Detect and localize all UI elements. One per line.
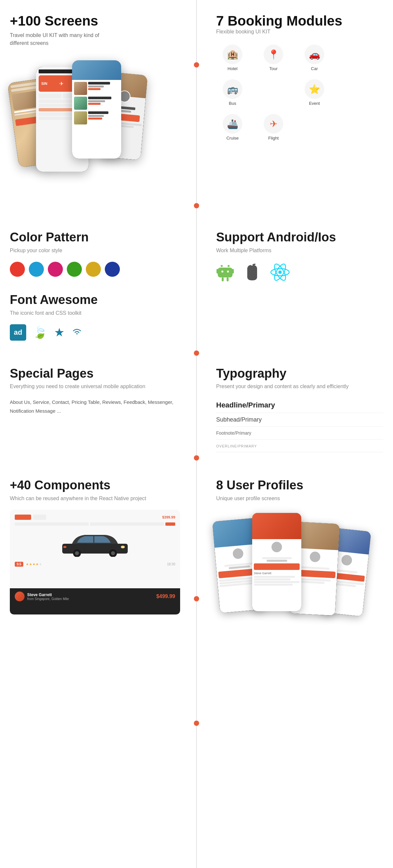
components-section: +40 Components Which can be reused anywh… (0, 465, 196, 660)
timeline-dot-5 (194, 596, 199, 601)
flight-icon-wrap: ✈ (264, 114, 283, 134)
svg-point-1 (228, 265, 230, 267)
comp-avatar (15, 592, 25, 601)
comp-person-row: Steve Garrett from Singapore, Golden Mil… (15, 592, 175, 601)
special-section: Special Pages Everything you need to cre… (0, 354, 196, 466)
modules-grid: 🏨 Hotel 📍 Tour 🚗 Car 🚌 (216, 44, 383, 141)
ps-avatar-4 (340, 554, 353, 567)
car-svg (59, 529, 131, 557)
color-darkblue (105, 262, 120, 277)
color-section: Color Pattern Pickup your color style Fo… (0, 217, 196, 354)
profiles-subtitle: Unique user profile screens (216, 496, 383, 501)
phone-mockups: SIN ✈ SYD (10, 54, 180, 205)
cruise-icon-wrap: 🚢 (223, 114, 242, 134)
typography-list: Headline/Primary Subhead/Primary Footnot… (216, 398, 383, 452)
color-yellow (86, 262, 101, 277)
module-tour: 📍 Tour (257, 44, 290, 71)
components-mockup: $399.99 (10, 510, 180, 615)
hotel-label: Hotel (228, 66, 237, 71)
module-bus: 🚌 Bus (216, 79, 249, 106)
color-circles (10, 262, 180, 277)
color-red (10, 262, 25, 277)
platform-icons (216, 262, 383, 284)
hotel-icon: 🏨 (227, 49, 238, 60)
booking-section: 7 Booking Modules Flexible booking UI KI… (196, 0, 393, 217)
car-icon-wrap: 🚗 (305, 44, 324, 64)
booking-subtitle: Flexible booking UI KIT (216, 29, 383, 35)
typography-title: Typography (216, 367, 383, 381)
svg-point-17 (111, 551, 115, 555)
timeline-dot-4 (194, 455, 199, 461)
rating-badge: 9.5 (15, 562, 23, 567)
screens-section: +100 Screens Travel mobile UI KIT with m… (0, 0, 196, 217)
typo-footnote-label: Footnote/Primary (216, 430, 251, 436)
apple-icon (244, 262, 260, 283)
svg-point-15 (75, 551, 79, 555)
phone-screen-3 (72, 60, 121, 158)
svg-rect-2 (218, 268, 233, 277)
svg-point-7 (221, 271, 223, 273)
typo-headline: Headline/Primary (216, 398, 383, 413)
bus-icon: 🚌 (227, 84, 238, 95)
timeline-dot-1 (194, 62, 199, 67)
comp-name: Steve Garrett (27, 592, 69, 597)
components-title: +40 Components (10, 478, 180, 492)
module-car: 🚗 Car (298, 44, 331, 71)
screens-title: +100 Screens (10, 13, 180, 29)
color-title: Color Pattern (10, 230, 180, 244)
event-icon-wrap: ⭐ (305, 79, 324, 99)
car-icon: 🚗 (309, 49, 320, 60)
typography-section: Typography Present your design and conte… (196, 354, 393, 466)
ad-icon: ad (10, 324, 26, 341)
empty-cell (257, 79, 290, 106)
ps-name-label: Steve Garrett (254, 571, 300, 575)
module-hotel: 🏨 Hotel (216, 44, 249, 71)
platform-section: Support Android/Ios Work Multiple Platfo… (196, 217, 393, 354)
module-cruise: 🚢 Cruise (216, 114, 249, 141)
react-icon (270, 262, 290, 283)
svg-point-8 (227, 271, 229, 273)
android-icon (216, 262, 234, 284)
color-subtitle: Pickup your color style (10, 248, 180, 253)
leaf-icon: 🍃 (33, 326, 48, 339)
svg-rect-5 (222, 277, 224, 281)
module-flight: ✈ Flight (257, 114, 290, 141)
svg-point-18 (121, 546, 125, 548)
flight-label: Flight (268, 135, 279, 141)
color-green (67, 262, 82, 277)
star-icon: ★ (54, 326, 64, 339)
platform-title: Support Android/Ios (216, 230, 383, 244)
special-title: Special Pages (10, 367, 180, 381)
booking-title: 7 Booking Modules (216, 13, 383, 29)
ps-avatar-2 (271, 541, 283, 553)
color-blue (29, 262, 44, 277)
comp-sub: from Singapore, Golden Mile (27, 597, 69, 601)
event-icon: ⭐ (309, 84, 320, 95)
cruise-icon: 🚢 (227, 119, 238, 129)
typography-subtitle: Present your design and content as clear… (216, 383, 383, 390)
svg-point-9 (278, 271, 282, 274)
svg-rect-4 (232, 269, 234, 274)
timeline-dot-6 (194, 721, 199, 726)
hotel-icon-wrap: 🏨 (223, 44, 242, 64)
special-subtitle: Everything you need to create universal … (10, 383, 180, 390)
font-section: Font Awesome The iconic font and CSS too… (10, 293, 180, 341)
typo-overline-label: Overline/Primary (216, 444, 257, 448)
profiles-section: 8 User Profiles Unique user profile scre… (196, 465, 393, 660)
font-subtitle: The iconic font and CSS toolkit (10, 310, 180, 316)
typo-subhead: Subhead/Primary (216, 413, 383, 427)
profiles-title: 8 User Profiles (216, 478, 383, 492)
comp-person-info: Steve Garrett from Singapore, Golden Mil… (27, 592, 69, 601)
time-display: 18:30 (167, 562, 175, 566)
row-1: +100 Screens Travel mobile UI KIT with m… (0, 0, 393, 217)
flight-icon: ✈ (270, 119, 277, 129)
tour-label: Tour (269, 66, 277, 71)
row-2: Color Pattern Pickup your color style Fo… (0, 217, 393, 354)
typo-overline: Overline/Primary (216, 440, 383, 452)
svg-point-19 (63, 546, 66, 548)
profile-phone-2: Steve Garrett (252, 513, 301, 611)
stars: ★ ★ ★ ★ ★ (26, 562, 42, 566)
car-label: Car (311, 66, 318, 71)
row-4: +40 Components Which can be reused anywh… (0, 465, 393, 660)
timeline-dot-2 (194, 203, 199, 208)
